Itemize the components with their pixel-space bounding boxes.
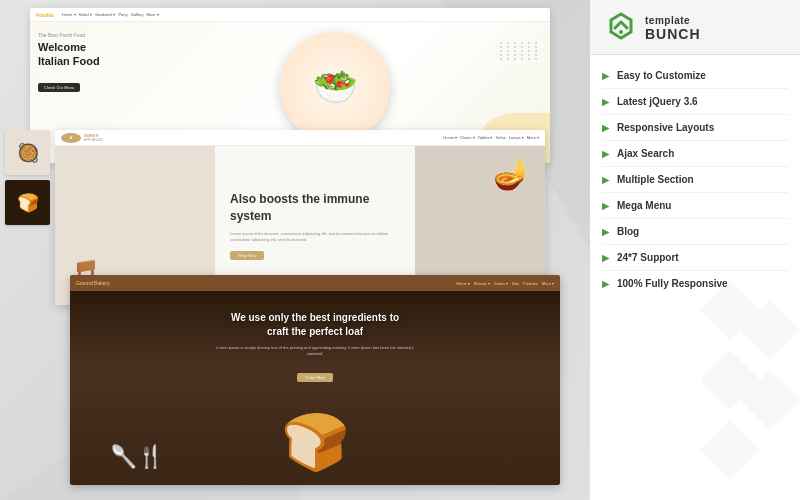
dot xyxy=(514,46,516,48)
nav-link-1: Home ▾ xyxy=(62,12,76,17)
feature-arrow-icon: ▶ xyxy=(602,71,609,81)
dot xyxy=(535,42,537,44)
brand-name: template BUNch xyxy=(645,15,701,42)
feature-item-jquery: ▶Latest jQuery 3.6 xyxy=(602,89,788,115)
dot xyxy=(507,58,509,60)
feature-arrow-icon: ▶ xyxy=(602,97,609,107)
side-thumb-1: 🥘 xyxy=(5,130,50,175)
dot xyxy=(500,58,502,60)
left-panel: Foodila Home ▾ Salad ▾ Sandwich ▾ Party … xyxy=(0,0,590,500)
dot xyxy=(528,46,530,48)
feature-item-ajax-search: ▶Ajax Search xyxy=(602,141,788,167)
dot xyxy=(507,50,509,52)
template-2-sub: APPLIANCES xyxy=(84,138,103,142)
svg-point-0 xyxy=(619,30,623,34)
nav-link-5: Gallery xyxy=(131,12,144,17)
nav-link-2: Salad ▾ xyxy=(79,12,92,17)
feature-item-multiple-section: ▶Multiple Section xyxy=(602,167,788,193)
dot xyxy=(500,54,502,56)
t2-nav-lamps: Lamps ▾ xyxy=(509,135,524,140)
brand-header: template BUNch xyxy=(590,0,800,55)
feature-arrow-icon: ▶ xyxy=(602,201,609,211)
dot xyxy=(528,58,530,60)
feature-item-easy-customize: ▶Easy to Customize xyxy=(602,63,788,89)
t3-nav-more: More ▾ xyxy=(542,281,554,286)
side-thumbnails: 🥘 🍞 xyxy=(5,130,50,225)
t2-nav-more: More ▾ xyxy=(527,135,539,140)
dot xyxy=(507,54,509,56)
templatebunch-logo xyxy=(605,12,637,44)
template-1-cta: Check Our Menu xyxy=(38,83,80,92)
plate-image: 🥗 xyxy=(280,32,390,142)
nav-link-4: Party xyxy=(118,12,127,17)
nav-link-6: More ▾ xyxy=(146,12,158,17)
thumb-icon-1: 🥘 xyxy=(17,142,39,164)
dot xyxy=(500,42,502,44)
template-1-nav-links: Home ▾ Salad ▾ Sandwich ▾ Party Gallery … xyxy=(62,12,159,17)
right-panel: template BUNch ▶Easy to Customize▶Latest… xyxy=(590,0,800,500)
dot xyxy=(521,46,523,48)
dot xyxy=(535,50,537,52)
dot xyxy=(514,54,516,56)
t3-nav-bread: Breads ▾ xyxy=(474,281,490,286)
template-3-nav-links: Home ▾ Breads ▾ Cakes ▾ Bun Pastries Mor… xyxy=(456,281,554,286)
t2-nav-tables: Tables ▾ xyxy=(478,135,493,140)
diamond-background xyxy=(700,280,800,480)
feature-label-easy-customize: Easy to Customize xyxy=(617,70,706,81)
feature-label-responsive: Responsive Layouts xyxy=(617,122,714,133)
dot xyxy=(535,58,537,60)
template-3-body: 🍞 🥄🍴 We use only the best ingredients to… xyxy=(70,291,560,485)
template-3-text-overlay: We use only the best ingredients to craf… xyxy=(70,311,560,383)
side-thumb-2: 🍞 xyxy=(5,180,50,225)
thumb-icon-2: 🍞 xyxy=(17,192,39,214)
dots-pattern xyxy=(500,42,540,60)
feature-item-responsive: ▶Responsive Layouts xyxy=(602,115,788,141)
dot xyxy=(528,50,530,52)
nav-link-3: Sandwich ▾ xyxy=(95,12,115,17)
template-stack: Foodila Home ▾ Salad ▾ Sandwich ▾ Party … xyxy=(0,0,590,500)
t3-nav-buns: Bun xyxy=(512,281,519,286)
template-3-nav: Ground Bakery Home ▾ Breads ▾ Cakes ▾ Bu… xyxy=(70,275,560,291)
template-3-heading: We use only the best ingredients to craf… xyxy=(70,311,560,339)
feature-arrow-icon: ▶ xyxy=(602,123,609,133)
template-2-logo-icon: A xyxy=(61,133,81,143)
feature-item-blog: ▶Blog xyxy=(602,219,788,245)
template-1-subtitle: The Best Fresh Food xyxy=(38,32,222,38)
feature-label-ajax-search: Ajax Search xyxy=(617,148,674,159)
template-2-nav-links: Home ▾ Chairs ▾ Tables ▾ Sofas Lamps ▾ M… xyxy=(443,135,539,140)
template-2-cta: Shop Now xyxy=(230,251,264,260)
dot xyxy=(507,46,509,48)
dot xyxy=(521,58,523,60)
template-1-logo: Foodila xyxy=(36,12,54,18)
feature-label-blog: Blog xyxy=(617,226,639,237)
template-2-body-text: Lorem ipsum dolor sit amet, consectetur … xyxy=(230,231,400,243)
lamp-icon: 🪔 xyxy=(493,156,530,191)
feature-arrow-icon: ▶ xyxy=(602,227,609,237)
dot xyxy=(521,42,523,44)
dot xyxy=(507,42,509,44)
brand-title-line2: BUNch xyxy=(645,26,701,42)
t2-nav-home: Home ▾ xyxy=(443,135,457,140)
brand-title-line1: template xyxy=(645,15,701,26)
template-2-heading: Also boosts the immune system xyxy=(230,191,400,225)
t2-nav-sofa: Sofas xyxy=(495,135,505,140)
template-3-subtext: Lorem ipsum is simply dummy text of the … xyxy=(215,345,415,357)
feature-item-mega-menu: ▶Mega Menu xyxy=(602,193,788,219)
feature-arrow-icon: ▶ xyxy=(602,279,609,289)
t3-nav-pastries: Pastries xyxy=(523,281,537,286)
feature-label-support: 24*7 Support xyxy=(617,252,679,263)
feature-arrow-icon: ▶ xyxy=(602,253,609,263)
template-2-nav: A AMBER APPLIANCES Home ▾ Chairs ▾ Table… xyxy=(55,130,545,146)
template-1-nav: Foodila Home ▾ Salad ▾ Sandwich ▾ Party … xyxy=(30,8,550,22)
template-1-title: Welcome Italian Food xyxy=(38,40,222,69)
feature-arrow-icon: ▶ xyxy=(602,149,609,159)
dot xyxy=(521,50,523,52)
dot xyxy=(528,42,530,44)
food-emoji: 🥗 xyxy=(313,66,358,108)
template-3-cta: Order Now xyxy=(297,373,332,382)
t2-nav-chairs: Chairs ▾ xyxy=(460,135,475,140)
feature-label-mega-menu: Mega Menu xyxy=(617,200,671,211)
template-3-logo: Ground Bakery xyxy=(76,280,110,286)
feature-label-jquery: Latest jQuery 3.6 xyxy=(617,96,698,107)
dot xyxy=(535,46,537,48)
